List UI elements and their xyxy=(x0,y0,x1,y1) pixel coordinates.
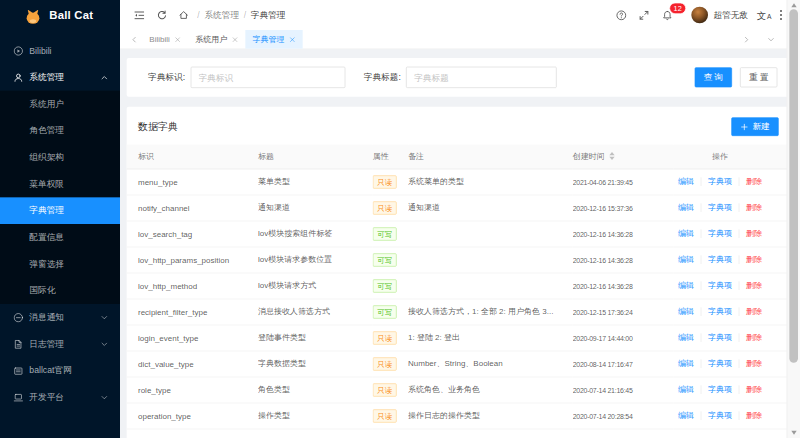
tab-dict-mgmt[interactable]: 字典管理 xyxy=(245,30,302,49)
dict-items-link[interactable]: 字典项 xyxy=(708,333,732,342)
dict-items-link[interactable]: 字典项 xyxy=(708,203,732,212)
attr-tag: 可写 xyxy=(373,279,397,292)
edit-link[interactable]: 编辑 xyxy=(678,385,694,394)
sidebar-item-label: 组织架构 xyxy=(29,151,64,163)
tab-system-users[interactable]: 系统用户 xyxy=(188,30,245,49)
help-icon[interactable] xyxy=(616,10,627,21)
dict-items-link[interactable]: 字典项 xyxy=(708,411,732,420)
edit-link[interactable]: 编辑 xyxy=(678,177,694,186)
sidebar-item-system[interactable]: 系统管理 xyxy=(0,64,120,91)
cell-attr: 只读 xyxy=(373,169,408,195)
sidebar-item-notification[interactable]: 消息通知 xyxy=(0,304,120,331)
reload-icon[interactable] xyxy=(157,10,168,21)
sidebar-item-org[interactable]: 组织架构 xyxy=(0,144,120,171)
sort-icon[interactable] xyxy=(609,152,614,160)
menu-fold-icon[interactable] xyxy=(134,10,145,21)
cell-title: 通知渠道 xyxy=(258,195,373,221)
table-row: login_event_type登陆事件类型只读1: 登陆 2: 登出2020-… xyxy=(127,325,794,351)
delete-link[interactable]: 删除 xyxy=(746,359,762,368)
tabs-menu-icon[interactable] xyxy=(767,36,774,43)
sidebar-item-dict-mgmt[interactable]: 字典管理 xyxy=(0,197,120,224)
page-scrollbar[interactable] xyxy=(787,0,800,438)
cell-created: 2020-07-14 20:28:54 xyxy=(573,403,674,429)
sidebar-item-bilibili[interactable]: Bilibili xyxy=(0,37,120,64)
dict-items-link[interactable]: 字典项 xyxy=(708,385,732,394)
cell-id: lov_search_tag xyxy=(127,221,258,247)
dict-items-link[interactable]: 字典项 xyxy=(708,229,732,238)
edit-link[interactable]: 编辑 xyxy=(678,255,694,264)
delete-link[interactable]: 删除 xyxy=(746,229,762,238)
dict-items-link[interactable]: 字典项 xyxy=(708,307,732,316)
cell-attr: 只读 xyxy=(373,377,408,403)
edit-link[interactable]: 编辑 xyxy=(678,359,694,368)
sidebar-item-logs[interactable]: 日志管理 xyxy=(0,331,120,358)
sidebar-item-i18n[interactable]: 国际化 xyxy=(0,277,120,304)
reset-button[interactable]: 重置 xyxy=(740,67,777,87)
sidebar: Ball Cat Bilibili 系统管理 系统用户 角色管理 组织架构 菜单… xyxy=(0,0,120,438)
close-icon[interactable] xyxy=(289,36,295,42)
search-form: 字典标识: 字典标题: 查询 重置 xyxy=(127,58,794,97)
action-divider xyxy=(701,178,702,187)
logo[interactable]: Ball Cat xyxy=(0,0,120,32)
table-row: role_type角色类型只读系统角色、业务角色2020-07-14 21:16… xyxy=(127,377,794,403)
col-created[interactable]: 创建时间 xyxy=(573,145,674,169)
home-icon[interactable] xyxy=(179,10,189,20)
delete-link[interactable]: 删除 xyxy=(746,333,762,342)
dict-title-input[interactable] xyxy=(406,67,557,88)
play-circle-icon xyxy=(13,46,23,56)
sidebar-item-dev-platform[interactable]: 开发平台 xyxy=(0,384,120,411)
delete-link[interactable]: 删除 xyxy=(746,307,762,316)
sidebar-item-config[interactable]: 配置信息 xyxy=(0,224,120,251)
sidebar-item-system-users[interactable]: 系统用户 xyxy=(0,91,120,118)
sidebar-item-role-mgmt[interactable]: 角色管理 xyxy=(0,117,120,144)
search-button[interactable]: 查询 xyxy=(695,67,732,87)
dict-items-link[interactable]: 字典项 xyxy=(708,359,732,368)
close-icon[interactable] xyxy=(232,36,238,42)
dict-items-link[interactable]: 字典项 xyxy=(708,177,732,186)
dict-code-input[interactable] xyxy=(190,67,345,88)
delete-link[interactable]: 删除 xyxy=(746,203,762,212)
breadcrumb-item[interactable]: 系统管理 xyxy=(204,9,239,21)
scrollbar-thumb[interactable] xyxy=(789,9,798,362)
fullscreen-icon[interactable] xyxy=(639,10,650,21)
tab-bilibili[interactable]: Bilibili xyxy=(142,30,188,49)
edit-link[interactable]: 编辑 xyxy=(678,229,694,238)
new-button[interactable]: 新建 xyxy=(731,117,778,136)
sidebar-item-menu-perm[interactable]: 菜单权限 xyxy=(0,171,120,198)
sidebar-item-ballcat-site[interactable]: ballcat官网 xyxy=(0,357,120,384)
chevron-up-icon xyxy=(101,74,108,81)
edit-link[interactable]: 编辑 xyxy=(678,203,694,212)
delete-link[interactable]: 删除 xyxy=(746,255,762,264)
table-header-row: 标识 标题 属性 备注 创建时间 操作 xyxy=(127,145,794,169)
cell-created: 2020-12-16 15:37:36 xyxy=(573,195,674,221)
edit-link[interactable]: 编辑 xyxy=(678,411,694,420)
scrollbar-up-arrow[interactable] xyxy=(791,3,796,7)
attr-tag: 只读 xyxy=(373,175,397,188)
delete-link[interactable]: 删除 xyxy=(746,385,762,394)
avatar[interactable] xyxy=(692,7,709,24)
tabs-scroll-left-icon[interactable] xyxy=(131,36,138,43)
edit-link[interactable]: 编辑 xyxy=(678,281,694,290)
cell-title: 角色类型 xyxy=(258,377,373,403)
dict-items-link[interactable]: 字典项 xyxy=(708,281,732,290)
edit-link[interactable]: 编辑 xyxy=(678,333,694,342)
tabs-scroll-right-icon[interactable] xyxy=(743,36,750,43)
sidebar-item-label: 日志管理 xyxy=(29,338,64,350)
action-divider xyxy=(701,282,702,291)
sidebar-item-popup-select[interactable]: 弹窗选择 xyxy=(0,251,120,278)
cell-remark: 接收人筛选方式，1: 全部 2: 用户角色 3... xyxy=(408,299,573,325)
close-icon[interactable] xyxy=(174,36,180,42)
notification-bell[interactable]: 12 xyxy=(662,10,673,21)
dict-items-link[interactable]: 字典项 xyxy=(708,255,732,264)
more-icon[interactable] xyxy=(780,9,782,21)
edit-link[interactable]: 编辑 xyxy=(678,307,694,316)
col-attr: 属性 xyxy=(373,145,408,169)
delete-link[interactable]: 删除 xyxy=(746,177,762,186)
translate-icon[interactable]: 文A xyxy=(757,10,771,19)
delete-link[interactable]: 删除 xyxy=(746,281,762,290)
delete-link[interactable]: 删除 xyxy=(746,411,762,420)
user-name[interactable]: 超管无敌 xyxy=(714,9,749,21)
cell-created: 2021-04-06 21:39:45 xyxy=(573,169,674,195)
sidebar-item-label: Bilibili xyxy=(29,46,51,56)
scrollbar-down-arrow[interactable] xyxy=(791,431,796,435)
